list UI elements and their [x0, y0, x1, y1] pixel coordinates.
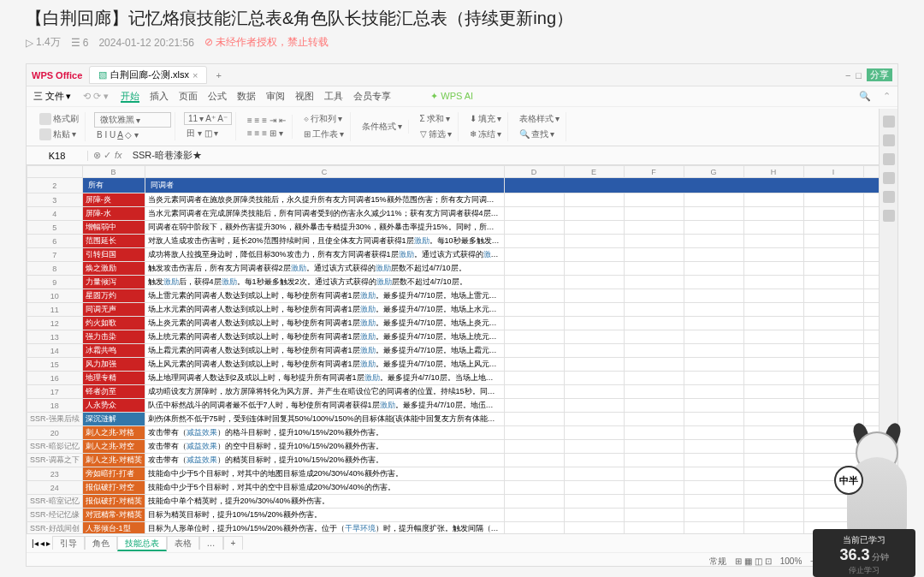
table-row[interactable]: 9力量倾泻触发激励后，获得4层激励。每1秒最多触发2次。通过该方式获得的激励层数…	[27, 276, 898, 289]
add-tab-button[interactable]: +	[210, 70, 226, 80]
menu-数据[interactable]: 数据	[237, 91, 256, 101]
table-row[interactable]: 5增幅弱中同调者在弱中阶段下，额外伤害提升30%，额外暴击专精提升30%，额外暴…	[27, 221, 898, 235]
rs-icon-5[interactable]	[883, 191, 895, 203]
table-row[interactable]: SSR-经记忆缘对冠精常-对精英目标为精英目标时，提升10%/15%/20%额外…	[27, 509, 898, 522]
table-row[interactable]: 23旁如暗打-打者技能命中少于5个目标时，对其中的地图目标造成20%/30%/4…	[27, 467, 898, 481]
sheet-tab[interactable]: +	[223, 536, 244, 550]
table-row[interactable]: 11同调无声场上水元素的同调者人数达到或以上时，每秒使所有同调者1层激励。最多提…	[27, 303, 898, 317]
font-style-buttons[interactable]: B I U A ◇ ▾	[94, 129, 171, 140]
rs-icon-3[interactable]	[883, 153, 895, 165]
study-timer[interactable]: 当前已学习 36.3分钟 停止学习	[813, 529, 915, 577]
spreadsheet[interactable]: BCDEFGHIJKLMNO2所有同调者3屏障-炎当炎元素同调者在施放炎屏障类技…	[27, 165, 897, 533]
tablestyle-button[interactable]: 表格样式 ▾	[517, 112, 562, 126]
rs-icon-1[interactable]	[883, 116, 895, 128]
mode-label: 常规	[709, 556, 726, 568]
table-row[interactable]: 6范围延长对敌人造成攻击伤害时，延长20%范围持续时间，且使全体友方同调者获得1…	[27, 235, 898, 248]
table-row[interactable]: SSR-好战间创人形倾台-1型目标为人形单位时，提升10%/15%/20%额外伤…	[27, 522, 898, 534]
menu-collapse-icon[interactable]: ⌃	[883, 91, 891, 102]
file-icon: ▧	[98, 69, 107, 80]
filter-button[interactable]: ▽ 筛选 ▾	[418, 128, 454, 141]
find-button[interactable]: 🔍 查找 ▾	[517, 128, 562, 141]
table-row[interactable]: 18人永势众队伍中标然战斗的同调者最不低于7人时，每秒使所有同调者获得1层激励。…	[27, 399, 898, 413]
maximize-icon[interactable]: □	[856, 70, 862, 80]
table-row[interactable]: 13强力击染场上统元素的同调者人数达到或以上时，每秒使所有同调者1层激励。最多提…	[27, 330, 898, 344]
fx-buttons[interactable]: ⊗ ✓ fx	[88, 150, 127, 161]
study-stop[interactable]: 停止学习	[818, 565, 910, 576]
rs-icon-6[interactable]	[883, 210, 895, 222]
titlebar: WPS Office ▧ 白荆回廊-公测.xlsx × + − □ 分享	[27, 64, 897, 86]
menu-bar: 三 文件 ▾ ⟲ ⟳ ▾ 开始插入页面公式数据审阅视图工具会员专享 ✦ WPS …	[27, 86, 897, 107]
rs-icon-4[interactable]	[883, 172, 895, 184]
freeze-button[interactable]: ❄ 冻结 ▾	[467, 128, 504, 141]
table-row[interactable]: SSR-强果后续深沉涟解刺伤体所然不低于75时，受到连体时回复其50%/100%…	[27, 413, 898, 426]
share-button[interactable]: 分享	[867, 68, 892, 81]
align-buttons[interactable]: ≡ ≡ ≡ ⇥ ⇤	[245, 115, 288, 126]
table-row[interactable]: 3屏障-炎当炎元素同调者在施放炎屏障类技能后，永久提升所有友方同调者15%额外范…	[27, 193, 898, 207]
worksheet-button[interactable]: ⊞ 工作表 ▾	[301, 128, 346, 141]
view-icons[interactable]: ⊞ ▦ ◫ ⊡	[735, 556, 771, 566]
font-select[interactable]: 微软雅黑 ▾	[94, 112, 171, 128]
sheet-tab[interactable]: 技能总表	[117, 536, 167, 551]
tab-nav-prev[interactable]: ◂	[40, 538, 44, 548]
no-repost-badge: ⊘ 未经作者授权，禁止转载	[204, 35, 329, 50]
table-row[interactable]: SSR-暗影记忆刺人之兆-对空攻击带有（减益效果）的空中目标时，提升10%/15…	[27, 440, 898, 454]
table-row[interactable]: 4屏障-水当水元素同调者在完成屏障类技能后，所有同调者受到的伤害永久减少11%；…	[27, 207, 898, 221]
page-title: 【白荆回廊】记忆烙痕技能汇总表&角色队长技能汇总表（持续更新ing）	[26, 7, 898, 30]
paste-button[interactable]: 粘贴 ▾	[37, 128, 81, 141]
menu-页面[interactable]: 页面	[179, 91, 198, 101]
table-row[interactable]: 17铎者勿至成功暗设友方屏障时，放方屏障将转化为风方屏。并产生在暗设位它的同调者…	[27, 385, 898, 399]
sheet-tab[interactable]: 引导	[52, 536, 85, 550]
ribbon: 格式刷 粘贴 ▾ 微软雅黑 ▾ B I U A ◇ ▾ 11 ▾ A⁺ A⁻ 田…	[27, 107, 897, 146]
table-row[interactable]: 10星圆万灼场上雷元素的同调者人数达到或以上时，每秒使所有同调者1层激励。最多提…	[27, 289, 898, 303]
views-count: ▷ 1.4万	[26, 35, 61, 50]
file-menu[interactable]: 三 文件 ▾	[33, 90, 71, 103]
table-row[interactable]: SSR-调幕之下刺人之兆-对精英攻击带有（减益效果）的精英目标时，提升10%/1…	[27, 454, 898, 467]
formula-bar: K18 ⊗ ✓ fx SSR-暗巷漆影★	[27, 146, 897, 165]
table-row[interactable]: 15风力加强场上风元素的同调者人数达到或以上时，每秒使所有同调者1层激励。最多提…	[27, 358, 898, 372]
tab-nav-first[interactable]: |◂	[32, 538, 38, 548]
table-row[interactable]: 16地理专精场上地理同调者人数达到2及或以上时，每秒提升所有同调者1层激励。最多…	[27, 372, 898, 385]
zoom-label[interactable]: 100%	[780, 556, 803, 566]
table-row[interactable]: 12灼火如歌场上炎元素的同调者人数达到或以上时，每秒使所有同调者1层激励。最多提…	[27, 317, 898, 330]
sheet-tab[interactable]: …	[199, 536, 223, 550]
tab-nav-next[interactable]: ▸	[46, 538, 50, 548]
rs-icon-2[interactable]	[883, 134, 895, 146]
page-meta: ▷ 1.4万 ☰ 6 2024-01-12 20:21:56 ⊘ 未经作者授权，…	[26, 35, 898, 50]
menu-开始[interactable]: 开始	[121, 91, 139, 103]
sheet-tab[interactable]: 表格	[167, 536, 199, 550]
menu-插入[interactable]: 插入	[150, 91, 169, 101]
table-row[interactable]: 20刺人之兆-对格攻击带有（减益效果）的格斗目标时，提升10%/15%/20%额…	[27, 426, 898, 440]
publish-datetime: 2024-01-12 20:21:56	[98, 37, 193, 49]
format-brush-button[interactable]: 格式刷	[37, 112, 81, 126]
align-buttons-2[interactable]: ≡ ≡ ≡ ⊞ ▾	[245, 128, 288, 139]
close-tab-icon[interactable]: ×	[192, 70, 198, 80]
menu-审阅[interactable]: 审阅	[266, 91, 285, 101]
menu-视图[interactable]: 视图	[295, 91, 314, 101]
chevron-down-icon: ▾	[66, 91, 71, 102]
sheet-tab[interactable]: 角色	[85, 536, 117, 550]
menu-公式[interactable]: 公式	[208, 91, 227, 101]
menu-search-icon[interactable]: 🔍	[859, 91, 871, 102]
table-row[interactable]: 8焕之激励触发攻击伤害后，所有友方同调者获得2层激励。通过该方式获得的激励层数不…	[27, 262, 898, 276]
formula-input[interactable]: SSR-暗巷漆影★	[127, 149, 897, 162]
toolbar-icons[interactable]: ⟲ ⟳ ▾	[83, 91, 109, 102]
comments-count: ☰ 6	[71, 37, 89, 49]
status-bar: 常规 ⊞ ▦ ◫ ⊡ 100% − +	[27, 552, 897, 567]
wps-ai-button[interactable]: ✦ WPS AI	[430, 91, 473, 102]
table-row[interactable]: 14冰霜共鸣场上霜元素的同调者人数达到或以上时，每秒使所有同调者1层激励。最多提…	[27, 344, 898, 358]
minimize-icon[interactable]: −	[845, 70, 850, 80]
border-buttons[interactable]: 田 ▾ ◫ ▾	[184, 127, 232, 140]
sheet-area[interactable]: BCDEFGHIJKLMNO2所有同调者3屏障-炎当炎元素同调者在施放炎屏障类技…	[27, 165, 897, 533]
menu-会员专享[interactable]: 会员专享	[353, 91, 391, 101]
table-row[interactable]: SSR-暗室记忆报似破打-对精英技能命中单个精英时，提升20%/30%/40%额…	[27, 495, 898, 509]
table-row[interactable]: 24报似破打-对空技能命中少于5个目标时，对其中的空中目标造成20%/30%/4…	[27, 481, 898, 495]
file-tab[interactable]: ▧ 白荆回廊-公测.xlsx ×	[89, 66, 207, 84]
table-row[interactable]: 7引转归国成功将敌人拉拽至身边时，降低目标30%攻击力，所有友方同调者获得1层激…	[27, 248, 898, 262]
size-select[interactable]: 11 ▾ A⁺ A⁻	[184, 112, 232, 125]
wrap-button[interactable]: ⟐ 行和列 ▾	[301, 112, 346, 126]
fill-button[interactable]: ⬇ 填充 ▾	[467, 112, 504, 126]
condfmt-button[interactable]: 条件格式 ▾	[359, 120, 405, 134]
menu-工具[interactable]: 工具	[324, 91, 343, 101]
sum-button[interactable]: Σ 求和 ▾	[418, 112, 454, 126]
name-box[interactable]: K18	[27, 151, 88, 161]
